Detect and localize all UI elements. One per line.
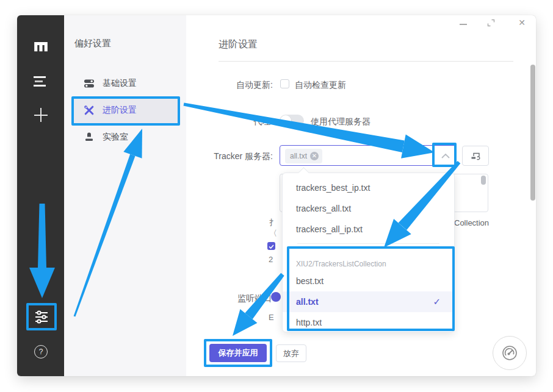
- selected-tracker-tag: all.txt ✕: [285, 149, 322, 163]
- option-label: trackers_best_ip.txt: [296, 183, 370, 193]
- annotation-box-settings-icon: [26, 303, 57, 330]
- sidebar-item-label: 基础设置: [103, 78, 137, 89]
- tracker-select-input[interactable]: all.txt ✕: [280, 145, 457, 166]
- tag-label: all.txt: [290, 152, 307, 160]
- check-glyph: [267, 243, 275, 251]
- proxy-toggle-label: 使用代理服务器: [311, 116, 370, 127]
- listen-port-label: 监听端口: [174, 293, 272, 304]
- app-window: ? 偏好设置 基础设置 进阶设置: [17, 15, 536, 376]
- annotation-box-dropdown-group: [287, 246, 455, 331]
- sync-trackers-icon: [471, 151, 481, 160]
- sidebar-item-basic-settings[interactable]: 基础设置: [71, 70, 180, 97]
- proxy-toggle[interactable]: [280, 115, 304, 127]
- option-label: trackers_all_ip.txt: [296, 224, 363, 234]
- speed-limit-button[interactable]: [493, 336, 527, 370]
- screenshot-stage: ? 偏好设置 基础设置 进阶设置: [0, 0, 553, 392]
- dropdown-option[interactable]: trackers_all_ip.txt: [283, 219, 454, 240]
- annotation-box-advanced-menu: [71, 96, 180, 126]
- main-scrollbar-thumb[interactable]: [530, 65, 535, 201]
- add-task-icon[interactable]: [34, 108, 48, 122]
- help-glyph: ?: [39, 347, 43, 356]
- dropdown-divider: [297, 243, 439, 244]
- task-list-line: [34, 85, 46, 87]
- sidebar-item-label: 实验室: [103, 132, 128, 143]
- textarea-scrollbar-thumb[interactable]: [481, 176, 486, 185]
- auto-update-checkbox[interactable]: [280, 79, 289, 88]
- hint-text-tail: Collection: [454, 218, 489, 227]
- auto-update-checkbox-label[interactable]: 自动检查更新: [295, 80, 346, 91]
- toggle-knob: [280, 115, 291, 126]
- occluded-checkbox-fragment: [267, 242, 275, 250]
- sidebar-item-lab[interactable]: 实验室: [71, 124, 180, 151]
- basic-settings-icon: [84, 78, 95, 89]
- minimize-icon: [460, 24, 467, 25]
- sync-trackers-button[interactable]: [462, 146, 489, 166]
- maximize-button[interactable]: [486, 18, 496, 27]
- dropdown-option[interactable]: trackers_all.txt: [283, 198, 454, 219]
- proxy-label: 代理:: [175, 116, 273, 127]
- minimize-button[interactable]: [459, 20, 468, 29]
- tag-close-icon[interactable]: ✕: [310, 152, 319, 160]
- occluded-fragment: 〈: [269, 228, 277, 239]
- occluded-fragment: 扌: [269, 217, 277, 228]
- option-label: trackers_all.txt: [296, 204, 351, 213]
- annotation-box-chevron: [432, 143, 457, 167]
- discard-label: 放弃: [283, 348, 299, 359]
- close-icon: ✕: [518, 18, 526, 27]
- task-list-icon[interactable]: [34, 76, 46, 87]
- page-title: 进阶设置: [219, 38, 258, 51]
- close-button[interactable]: ✕: [517, 18, 527, 27]
- discard-button[interactable]: 放弃: [276, 344, 306, 362]
- task-list-line: [34, 76, 46, 78]
- occluded-fragment: E: [269, 313, 274, 322]
- dropdown-option[interactable]: trackers_best_ip.txt: [283, 177, 454, 198]
- speedometer-icon: [501, 344, 519, 362]
- annotation-box-save-button: [204, 339, 272, 367]
- motrix-logo-icon: [32, 38, 49, 54]
- lab-icon: [84, 132, 95, 143]
- prefs-panel-title: 偏好设置: [74, 38, 111, 49]
- task-list-line: [35, 80, 43, 82]
- occluded-fragment: 2: [269, 255, 273, 264]
- tracker-server-label: Tracker 服务器:: [175, 151, 273, 162]
- occluded-toggle-fragment: [271, 292, 281, 302]
- title-divider: [219, 61, 513, 62]
- preferences-panel: [64, 15, 186, 376]
- maximize-icon: [487, 19, 495, 27]
- help-icon[interactable]: ?: [34, 345, 48, 358]
- auto-update-label: 自动更新:: [175, 80, 273, 91]
- plus-horizontal: [34, 115, 48, 116]
